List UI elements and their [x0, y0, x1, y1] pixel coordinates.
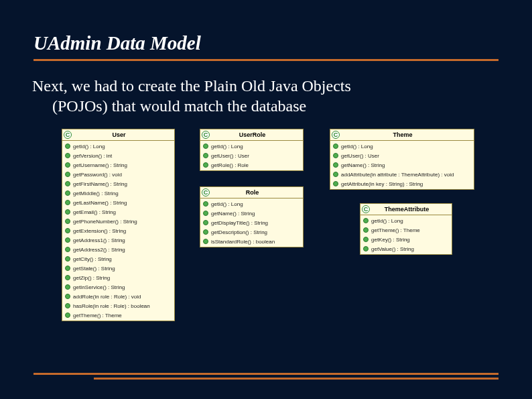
uml-method-label: getValue() : String	[371, 246, 414, 252]
uml-method-label: isStandardRole() : boolean	[211, 239, 275, 245]
uml-method-row: getExtension() : String	[62, 226, 174, 235]
uml-method-label: getKey() : String	[371, 237, 410, 243]
uml-method-row: addRole(in role : Role) : void	[62, 292, 174, 301]
uml-header-theme: CTheme	[330, 129, 474, 141]
uml-method-label: addRole(in role : Role) : void	[73, 294, 141, 300]
uml-method-row: getUser() : User	[330, 151, 474, 160]
uml-methods: getId() : LonggetTheme() : ThemegetKey()…	[360, 215, 452, 254]
method-icon	[65, 219, 70, 224]
uml-method-label: getId() : Long	[73, 144, 105, 150]
uml-method-label: getTheme() : Theme	[371, 227, 420, 233]
method-icon	[333, 172, 338, 177]
uml-class-theme: CThemegetId() : LonggetUser() : UsergetN…	[330, 129, 474, 190]
method-icon	[65, 303, 70, 308]
method-icon	[65, 294, 70, 299]
method-icon	[203, 229, 208, 235]
class-icon: C	[202, 131, 210, 139]
method-icon	[65, 266, 70, 271]
uml-method-label: getAddress2() : String	[73, 247, 125, 253]
method-icon	[203, 220, 208, 225]
uml-method-label: getDisplayTitle() : String	[211, 220, 268, 226]
uml-method-row: getTheme() : Theme	[62, 310, 174, 320]
uml-method-row: getPhoneNumber() : String	[62, 217, 174, 226]
uml-method-row: getId() : Long	[200, 141, 303, 151]
uml-class-name: ThemeAttribute	[373, 206, 450, 213]
uml-class-themeattribute: CThemeAttributegetId() : LonggetTheme() …	[360, 203, 452, 255]
uml-method-row: getVersion() : int	[62, 151, 174, 160]
uml-method-label: getUsername() : String	[73, 162, 127, 168]
uml-method-label: getLastName() : String	[73, 200, 127, 206]
uml-class-name: Role	[212, 189, 302, 196]
uml-method-row: getName() : String	[330, 160, 474, 170]
uml-method-row: getAddress1() : String	[62, 235, 174, 245]
method-icon	[65, 200, 70, 205]
uml-method-label: getExtension() : String	[73, 228, 126, 234]
uml-method-row: isStandardRole() : boolean	[200, 237, 303, 246]
uml-header-user: CUser	[62, 129, 174, 141]
uml-method-row: getUser() : User	[200, 151, 303, 160]
method-icon	[203, 211, 208, 216]
method-icon	[65, 209, 70, 215]
slide-body: Next, we had to create the Plain Old Jav…	[32, 76, 501, 116]
uml-method-label: getZip() : String	[73, 275, 110, 281]
uml-method-label: getInService() : String	[73, 284, 125, 290]
method-icon	[65, 228, 70, 233]
uml-method-row: getDisplayTitle() : String	[200, 218, 303, 227]
uml-method-row: getDescription() : String	[200, 227, 303, 237]
uml-method-row: getPassword() : void	[62, 170, 174, 179]
method-icon	[65, 284, 70, 290]
method-icon	[203, 162, 208, 168]
uml-methods: getId() : LonggetVersion() : intgetUsern…	[62, 141, 174, 321]
uml-class-name: UserRole	[212, 131, 302, 138]
method-icon	[65, 181, 70, 186]
body-line-2: (POJOs) that would match the database	[32, 96, 501, 116]
method-icon	[363, 218, 369, 223]
uml-method-row: getFirstName() : String	[62, 179, 174, 188]
uml-method-row: getRole() : Role	[200, 160, 303, 170]
uml-method-label: getAddress1() : String	[73, 237, 125, 243]
method-icon	[65, 190, 70, 196]
uml-method-label: getId() : Long	[341, 144, 373, 150]
uml-method-label: getDescription() : String	[211, 229, 267, 235]
class-icon: C	[332, 131, 340, 139]
uml-method-label: getRole() : Role	[211, 162, 249, 168]
method-icon	[203, 144, 208, 149]
uml-method-label: getId() : Long	[211, 201, 243, 207]
uml-method-label: getUser() : User	[341, 153, 379, 159]
uml-method-label: getState() : String	[73, 266, 115, 272]
uml-method-label: getTheme() : Theme	[73, 312, 122, 319]
uml-method-row: getTheme() : Theme	[360, 225, 452, 235]
uml-class-role: CRolegetId() : LonggetName() : Stringget…	[200, 186, 304, 247]
method-icon	[65, 312, 70, 318]
method-icon	[333, 181, 338, 186]
uml-method-label: getVersion() : int	[73, 153, 112, 159]
slide-title: UAdmin Data Model	[34, 32, 201, 54]
uml-method-label: getPhoneNumber() : String	[73, 219, 137, 225]
method-icon	[65, 275, 70, 280]
uml-method-label: getId() : Long	[211, 144, 243, 150]
uml-class-name: Theme	[342, 131, 472, 138]
uml-methods: getId() : LonggetUser() : UsergetName() …	[330, 141, 474, 189]
uml-method-label: getEmail() : String	[73, 209, 116, 215]
body-line-1: Next, we had to create the Plain Old Jav…	[32, 76, 501, 96]
method-icon	[65, 237, 70, 243]
uml-method-row: getZip() : String	[62, 273, 174, 282]
uml-method-label: getUser() : User	[211, 153, 249, 159]
uml-method-label: getMiddle() : String	[73, 190, 119, 196]
uml-method-row: getMiddle() : String	[62, 188, 174, 198]
uml-method-row: getName() : String	[200, 209, 303, 218]
uml-methods: getId() : LonggetName() : StringgetDispl…	[200, 198, 303, 247]
class-icon: C	[202, 188, 210, 196]
uml-method-row: getInService() : String	[62, 282, 174, 292]
uml-method-label: getName() : String	[341, 162, 385, 168]
uml-method-row: getEmail() : String	[62, 207, 174, 217]
uml-method-row: getState() : String	[62, 264, 174, 273]
uml-methods: getId() : LonggetUser() : UsergetRole() …	[200, 141, 303, 170]
uml-class-user: CUsergetId() : LonggetVersion() : intget…	[62, 129, 175, 321]
method-icon	[333, 153, 338, 158]
uml-method-row: getCity() : String	[62, 254, 174, 264]
uml-method-row: getId() : Long	[62, 141, 174, 151]
uml-class-userrole: CUserRolegetId() : LonggetUser() : Userg…	[200, 129, 304, 171]
method-icon	[65, 247, 70, 252]
uml-header-role: CRole	[200, 187, 303, 198]
